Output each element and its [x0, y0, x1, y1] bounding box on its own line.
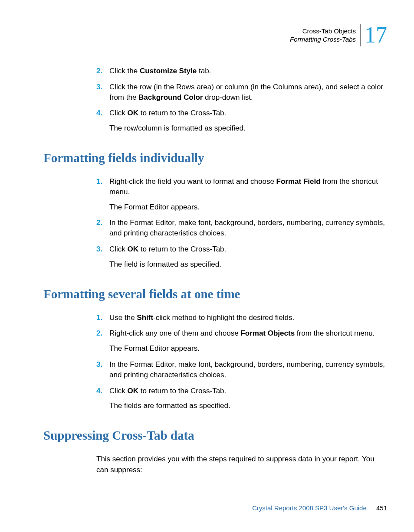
chapter-number: 17 [360, 24, 387, 46]
step-text-pre: Right-click the field you want to format… [109, 177, 276, 186]
step-text-post: to return to the Cross-Tab. [138, 109, 226, 117]
step-number: 1. [96, 313, 102, 323]
step-2: 2. In the Format Editor, make font, back… [96, 218, 387, 238]
step-3: 3. Click the row (in the Rows area) or c… [96, 82, 387, 103]
step-followup: The Format Editor appears. [109, 202, 387, 212]
step-text-pre: Click [109, 109, 128, 117]
page-footer: Crystal Reports 2008 SP3 User's Guide 45… [252, 504, 387, 512]
step-text-bold: OK [128, 387, 139, 395]
heading-formatting-several-fields: Formatting several fields at one time [43, 287, 387, 301]
step-text-post: from the shortcut menu. [295, 329, 375, 337]
step-list-1: 1. Right-click the field you want to for… [96, 176, 387, 270]
step-text-post: drop-down list. [203, 93, 253, 101]
step-text-bold: Format Objects [240, 329, 295, 337]
section-1-content: 1. Right-click the field you want to for… [43, 176, 387, 270]
step-text-bold: Customize Style [140, 67, 197, 75]
step-3: 3. Click OK to return to the Cross-Tab. … [96, 244, 387, 270]
header-line2: Formatting Cross-Tabs [290, 35, 356, 44]
step-text-bold: Shift [137, 313, 153, 322]
page: Cross-Tab Objects Formatting Cross-Tabs … [0, 0, 414, 532]
step-list-2: 1. Use the Shift-click method to highlig… [96, 313, 387, 411]
step-text: In the Format Editor, make font, backgro… [109, 360, 385, 379]
step-text-pre: Click [109, 245, 128, 253]
header-content: Cross-Tab Objects Formatting Cross-Tabs … [290, 24, 387, 46]
footer-title: Crystal Reports 2008 SP3 User's Guide [252, 504, 367, 512]
step-number: 3. [96, 359, 102, 370]
step-4: 4. Click OK to return to the Cross-Tab. … [96, 108, 387, 134]
step-number: 4. [96, 108, 102, 118]
step-text-post: -click method to highlight the desired f… [153, 313, 294, 322]
step-4: 4. Click OK to return to the Cross-Tab. … [96, 386, 387, 411]
step-number: 3. [96, 244, 102, 255]
step-number: 2. [96, 218, 102, 228]
header-line1: Cross-Tab Objects [290, 27, 356, 36]
step-text-post: tab. [197, 67, 211, 75]
step-number: 2. [96, 66, 102, 76]
step-text-bold: OK [128, 245, 139, 253]
step-followup: The Format Editor appears. [109, 343, 387, 354]
step-followup: The field is formatted as specified. [109, 259, 387, 270]
heading-suppressing-crosstab-data: Suppressing Cross-Tab data [43, 428, 387, 443]
step-text-bold: OK [128, 109, 139, 117]
heading-formatting-fields-individually: Formatting fields individually [43, 151, 387, 165]
step-2: 2. Right-click any one of them and choos… [96, 328, 387, 354]
step-number: 2. [96, 328, 102, 339]
step-number: 3. [96, 82, 102, 92]
section-continuation: 2. Click the Customize Style tab. 3. Cli… [43, 66, 387, 134]
step-list-0: 2. Click the Customize Style tab. 3. Cli… [96, 66, 387, 134]
step-text-post: to return to the Cross-Tab. [138, 387, 226, 395]
step-text-pre: Click [109, 387, 128, 395]
step-1: 1. Right-click the field you want to for… [96, 176, 387, 212]
step-1: 1. Use the Shift-click method to highlig… [96, 313, 387, 323]
step-3: 3. In the Format Editor, make font, back… [96, 359, 387, 380]
step-2: 2. Click the Customize Style tab. [96, 66, 387, 76]
step-text-pre: Click the [109, 67, 140, 75]
step-text-pre: Use the [109, 313, 137, 322]
section-3-content: This section provides you with the steps… [43, 454, 387, 475]
step-text-bold: Background Color [138, 93, 203, 101]
footer-page-number: 451 [376, 504, 387, 512]
section-3-body: This section provides you with the steps… [96, 454, 387, 475]
page-header: Cross-Tab Objects Formatting Cross-Tabs … [43, 24, 387, 46]
step-text-post: to return to the Cross-Tab. [138, 245, 226, 253]
step-number: 4. [96, 386, 102, 396]
step-followup: The row/column is formatted as specified… [109, 123, 387, 134]
step-text-bold: Format Field [276, 177, 321, 186]
section-2-content: 1. Use the Shift-click method to highlig… [43, 313, 387, 411]
step-followup: The fields are formatted as specified. [109, 401, 387, 411]
step-text-pre: Right-click any one of them and choose [109, 329, 240, 337]
header-text-block: Cross-Tab Objects Formatting Cross-Tabs [290, 27, 356, 44]
step-number: 1. [96, 176, 102, 187]
step-text: In the Format Editor, make font, backgro… [109, 219, 385, 237]
